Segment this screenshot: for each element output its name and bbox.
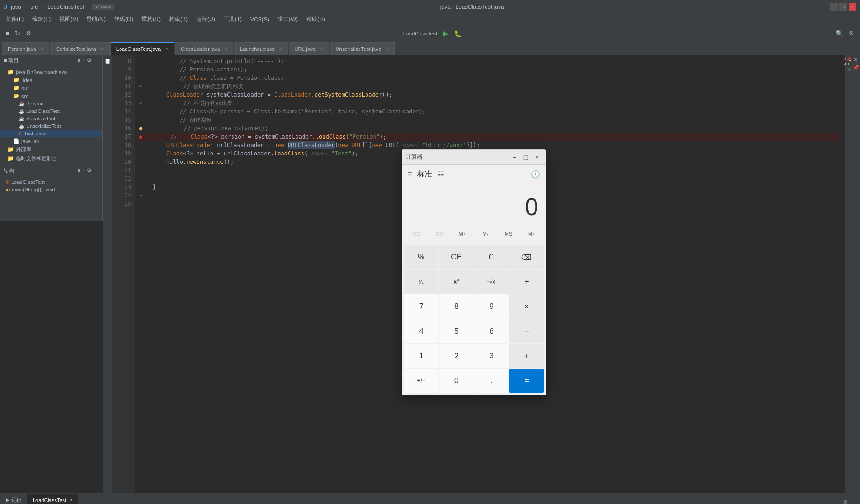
- calc-m-up[interactable]: M↑: [521, 226, 542, 241]
- calc-3[interactable]: 3: [474, 344, 509, 368]
- tree-serializetest[interactable]: ☕ SerializeTest: [0, 115, 102, 122]
- bottom-tab-run[interactable]: ▶ 运行: [0, 494, 27, 504]
- calc-m-minus[interactable]: M-: [475, 226, 496, 241]
- run-button[interactable]: ▶: [441, 28, 450, 39]
- close-button[interactable]: ×: [849, 3, 856, 11]
- tree-external-libs[interactable]: 📁 外部库: [0, 145, 102, 154]
- calc-mode-icon[interactable]: ☷: [438, 170, 444, 178]
- rs-btn-1[interactable]: ⚙: [853, 57, 858, 62]
- console-close-btn[interactable]: —: [852, 499, 858, 504]
- toolbar-sync[interactable]: ↻: [13, 29, 22, 38]
- calc-equals[interactable]: =: [509, 369, 544, 393]
- toolbar-settings[interactable]: ⚙: [24, 29, 33, 38]
- sidebar-gear[interactable]: ⚙: [87, 57, 92, 63]
- calc-minimize[interactable]: −: [509, 152, 520, 162]
- menu-edit[interactable]: 编辑(E): [28, 14, 55, 24]
- tab-unserializetest-close[interactable]: ×: [386, 46, 388, 51]
- menu-run[interactable]: 运行(U): [192, 14, 219, 24]
- menu-code[interactable]: 代码(O): [110, 14, 137, 24]
- tree-loadclasstest[interactable]: ☕ LoadClassTest: [0, 107, 102, 115]
- calc-percent[interactable]: %: [404, 245, 438, 269]
- calc-1[interactable]: 1: [404, 344, 438, 368]
- tab-unserializetest[interactable]: UnserializeTest.java ×: [330, 42, 395, 55]
- calc-4[interactable]: 4: [404, 319, 438, 343]
- calc-mr[interactable]: MR: [429, 226, 450, 241]
- menu-navigate[interactable]: 导航(N): [83, 14, 109, 24]
- menu-help[interactable]: 帮助(H): [303, 14, 329, 24]
- calc-m-plus[interactable]: M+: [452, 226, 473, 241]
- tree-temp-files[interactable]: 📁 临时文件和控制台: [0, 154, 102, 163]
- struct-action-1[interactable]: ≡: [78, 168, 80, 174]
- calc-reciprocal[interactable]: ¹⁄ₓ: [404, 270, 438, 294]
- menu-file[interactable]: 文件(F): [2, 14, 28, 24]
- settings-btn2[interactable]: ⚙: [847, 29, 856, 38]
- tree-testclass[interactable]: C Test.class: [0, 130, 102, 137]
- calc-backspace[interactable]: ⌫: [509, 245, 544, 269]
- tree-javaiml[interactable]: 📄 java.iml: [0, 137, 102, 145]
- tree-unserializetest[interactable]: ☕ UnserializeTest: [0, 122, 102, 130]
- calc-clear[interactable]: C: [474, 245, 509, 269]
- calc-negate[interactable]: +/−: [404, 369, 438, 393]
- calc-5[interactable]: 5: [439, 319, 473, 343]
- tab-classloader-close[interactable]: ×: [225, 46, 227, 51]
- breakpoint-17[interactable]: ●: [139, 133, 142, 141]
- struct-item-loadclasstest[interactable]: C LoadClassTest: [4, 178, 99, 186]
- tab-classloader[interactable]: ClassLoader.java ×: [175, 42, 233, 55]
- maximize-button[interactable]: □: [839, 3, 847, 11]
- calc-multiply[interactable]: ×: [509, 294, 544, 319]
- console-settings-btn[interactable]: ⚙: [843, 499, 848, 504]
- menu-tools[interactable]: 工具(T): [220, 14, 246, 24]
- menu-view[interactable]: 视图(V): [56, 14, 82, 24]
- calc-decimal[interactable]: .: [474, 369, 509, 393]
- calc-sqrt[interactable]: ²√x: [474, 270, 509, 294]
- tree-idea[interactable]: 📁 .idea: [0, 76, 102, 84]
- tab-persion-close[interactable]: ×: [41, 46, 44, 51]
- calc-9[interactable]: 9: [474, 294, 509, 319]
- bottom-tab-loadclasstest[interactable]: LoadClassTest ×: [27, 494, 78, 504]
- tab-loadclasstest[interactable]: LoadClassTest.java ×: [110, 42, 174, 55]
- calc-2[interactable]: 2: [439, 344, 473, 368]
- calc-square[interactable]: x²: [439, 270, 473, 294]
- calc-8[interactable]: 8: [439, 294, 473, 319]
- struct-close[interactable]: —: [93, 168, 99, 174]
- tab-url[interactable]: URL.java ×: [289, 42, 329, 55]
- calc-0[interactable]: 0: [439, 369, 473, 393]
- struct-action-2[interactable]: ↕: [83, 168, 85, 174]
- sidebar-close[interactable]: —: [93, 57, 99, 63]
- calc-divide[interactable]: ÷: [509, 270, 544, 294]
- tree-persion[interactable]: ☕ Persion: [0, 100, 102, 107]
- calc-subtract[interactable]: −: [509, 319, 544, 343]
- struct-gear[interactable]: ⚙: [87, 168, 92, 174]
- menu-refactor[interactable]: 重构(R): [138, 14, 164, 24]
- menu-window[interactable]: 窗口(W): [274, 14, 302, 24]
- calc-7[interactable]: 7: [404, 294, 438, 319]
- calc-mc[interactable]: MC: [406, 226, 427, 241]
- debug-button[interactable]: 🐛: [452, 29, 464, 38]
- tree-src[interactable]: 📂 src: [0, 92, 102, 100]
- calc-ms[interactable]: MS: [498, 226, 519, 241]
- window-controls[interactable]: − □ ×: [830, 3, 856, 11]
- calc-add[interactable]: +: [509, 344, 544, 368]
- tree-out[interactable]: 📁 out: [0, 84, 102, 92]
- calc-history-btn[interactable]: 🕐: [531, 170, 540, 179]
- tab-serializetest-close[interactable]: ×: [101, 46, 104, 51]
- calc-ce[interactable]: CE: [439, 245, 473, 269]
- calc-maximize[interactable]: □: [521, 152, 531, 162]
- tree-java-root[interactable]: 📁 java D:\Download\java: [0, 68, 102, 76]
- tab-launcher[interactable]: Launcher.class ×: [234, 42, 288, 55]
- sidebar-action-1[interactable]: ≡: [78, 57, 80, 63]
- tab-url-close[interactable]: ×: [320, 46, 323, 51]
- search-button[interactable]: 🔍: [834, 29, 845, 38]
- tab-loadclasstest-close[interactable]: ×: [165, 46, 168, 51]
- tab-persion[interactable]: Persion.java ×: [2, 42, 49, 55]
- calc-close[interactable]: ×: [532, 152, 542, 162]
- menu-build[interactable]: 构建(B): [165, 14, 191, 24]
- tab-serializetest[interactable]: SerializeTest.java ×: [50, 42, 109, 55]
- toolbar-project[interactable]: ■: [4, 29, 11, 38]
- rs-btn-2[interactable]: 📌: [853, 65, 859, 70]
- menu-vcs[interactable]: VCS(S): [247, 15, 273, 24]
- left-strip-bookmarks[interactable]: 📑: [104, 57, 111, 66]
- tab-launcher-close[interactable]: ×: [279, 46, 282, 51]
- calc-menu-icon[interactable]: ≡: [408, 170, 412, 178]
- struct-item-main[interactable]: m main(String[]): void: [4, 186, 99, 193]
